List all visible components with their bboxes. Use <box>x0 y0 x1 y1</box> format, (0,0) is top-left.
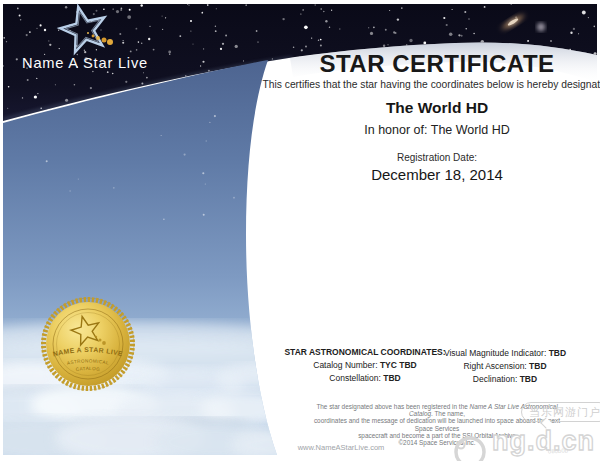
gold-seal: NAME A STAR LIVE ASTRONOMICAL CATALOG <box>42 298 134 390</box>
right-ascension-label: Right Ascension: <box>463 361 526 371</box>
registration-date-label: Registration Date: <box>397 152 477 163</box>
atmosphere-strip <box>0 60 345 461</box>
star-name: The World HD <box>386 99 488 117</box>
honoree-line: In honor of: The World HD <box>364 123 509 137</box>
logo-wordmark: Name A Star Live <box>22 54 148 71</box>
declination-row: Declination: TBD <box>473 374 537 384</box>
watermark-site-text: ng.d.cn <box>492 426 595 457</box>
coordinates-heading: STAR ASTRONOMICAL COORDINATES: <box>284 347 445 357</box>
constellation-row: Constellation: TBD <box>329 373 400 383</box>
watermark-speech-bubble: 当乐网游门户 <box>521 402 600 422</box>
watermark-ring-icon <box>450 432 494 461</box>
website-url: www.NameAStarLive.com <box>298 443 385 452</box>
visual-magnitude-label: Visual Magnitude Indicator: <box>444 348 546 358</box>
right-ascension-value: TBD <box>529 361 546 371</box>
catalog-number-value: TYC TBD <box>380 360 417 370</box>
certificate-subtitle: This certifies that the star having the … <box>262 79 600 90</box>
watermark-serial-code: 080b0b <box>548 447 568 454</box>
registration-date-value: December 18, 2014 <box>371 166 503 183</box>
certificate-page: NAME A STAR LIVE ASTRONOMICAL CATALOG <box>0 0 600 461</box>
page-title: STAR CERTIFICATE <box>319 50 554 78</box>
declination-label: Declination: <box>473 374 517 384</box>
watermark-bubble-text: 当乐网游门户 <box>529 405 600 420</box>
declination-value: TBD <box>520 374 537 384</box>
constellation-value: TBD <box>383 373 400 383</box>
catalog-number-row: Catalog Number: TYC TBD <box>313 360 416 370</box>
visual-magnitude-value: TBD <box>549 348 566 358</box>
catalog-number-label: Catalog Number: <box>313 360 377 370</box>
right-ascension-row: Right Ascension: TBD <box>463 361 546 371</box>
visual-magnitude-row: Visual Magnitude Indicator: TBD <box>444 348 566 358</box>
constellation-label: Constellation: <box>329 373 381 383</box>
